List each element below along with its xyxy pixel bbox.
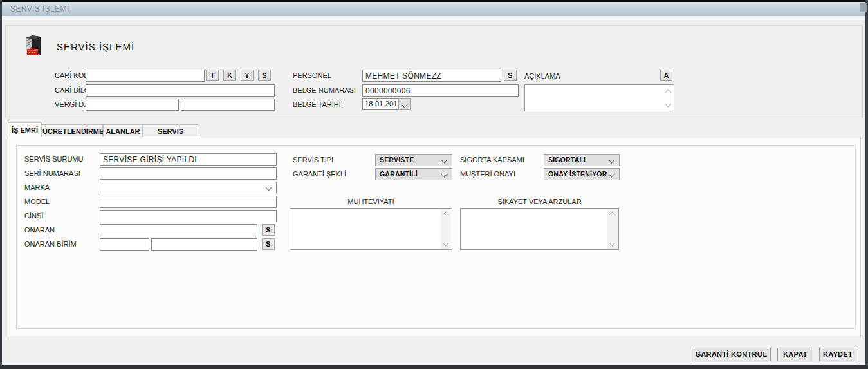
cinsi-label: CİNSİ [24,212,43,220]
onaran-birim-input-2[interactable] [151,238,257,251]
muhteviyati-label: MUHTEVİYATI [290,198,452,205]
aciklama-label: AÇIKLAMA [524,72,560,80]
personel-label: PERSONEL [293,71,331,79]
servis-tipi-value: SERVİSTE [380,156,414,164]
onaran-birim-lookup-button[interactable]: S [262,238,275,250]
seri-numarasi-input[interactable] [100,167,277,180]
servis-tipi-label: SERVİS TİPİ [293,156,333,164]
belge-numarasi-input[interactable] [362,84,519,97]
cari-kodu-s-button[interactable]: S [258,70,271,81]
servis-tipi-dropdown[interactable]: SERVİSTE [375,154,452,166]
onaran-label: ONARAN [24,226,55,234]
garanti-kontrol-button[interactable]: GARANTİ KONTROL [692,348,771,361]
chevron-down-icon [609,157,615,164]
chevron-down-icon [441,171,448,178]
seri-numarasi-label: SERİ NUMARASI [24,169,80,177]
belge-numarasi-label: BELGE NUMARASI [293,86,356,94]
marka-label: MARKA [24,184,50,191]
model-input[interactable] [100,196,277,208]
musteri-onayi-label: MÜŞTERİ ONAYI [460,170,515,178]
page-title: SERVİS İŞLEMİ [57,41,134,52]
tab-is-emri[interactable]: İŞ EMRİ [8,122,42,137]
scroll-down-icon[interactable] [609,240,616,247]
kaydet-button[interactable]: KAYDET [819,348,856,361]
tab-ucretlendirme[interactable]: ÜCRETLENDİRME [42,124,103,137]
marka-combobox[interactable] [100,182,277,193]
tab-servis-raporu[interactable]: SERVİS RAPORU [143,124,198,137]
chevron-down-icon [266,185,272,191]
musteri-onayi-value: ONAY İSTENİYOR [548,170,607,178]
scroll-up-icon[interactable] [443,212,449,218]
chevron-down-icon [441,157,448,164]
aciklama-a-button[interactable]: A [660,70,672,81]
onaran-input[interactable] [100,224,257,236]
onaran-birim-label: ONARAN BİRİM [24,240,77,248]
scroll-down-icon[interactable] [665,101,672,108]
cari-kodu-input[interactable] [86,70,205,82]
cari-bilgileri-input[interactable] [86,84,275,97]
musteri-onayi-dropdown[interactable]: ONAY İSTENİYOR [544,168,620,180]
cari-kodu-t-button[interactable]: T [206,70,219,81]
belge-tarihi-input[interactable]: 18.01.2016 [362,98,398,110]
vergi-dn-input-1[interactable] [86,99,179,111]
onaran-birim-input-1[interactable] [100,238,149,251]
personel-lookup-button[interactable]: S [504,70,517,81]
sigorta-kapsami-dropdown[interactable]: SİGORTALI [544,154,620,166]
scroll-down-icon[interactable] [443,240,449,247]
sikayet-textarea[interactable] [460,208,619,250]
garanti-sekli-value: GARANTİLİ [380,170,418,178]
tab-alanlar[interactable]: ALANLAR [103,124,143,137]
personel-input[interactable] [362,70,501,82]
onaran-lookup-button[interactable]: S [262,224,275,236]
window-control-partial[interactable] [860,3,867,12]
scroll-up-icon[interactable] [665,90,672,96]
garanti-sekli-dropdown[interactable]: GARANTİLİ [375,168,452,180]
kapat-button[interactable]: KAPAT [777,348,813,361]
sigorta-kapsami-label: SİGORTA KAPSAMI [460,156,524,164]
cari-kodu-k-button[interactable]: K [223,70,236,81]
belge-tarihi-dropdown-button[interactable] [398,98,411,110]
cinsi-input[interactable] [100,210,277,222]
sigorta-kapsami-value: SİGORTALI [548,156,586,164]
scrollbar[interactable] [607,209,618,249]
scrollbar[interactable] [441,209,451,249]
title-bar: SERVİS İŞLEMİ [2,2,865,16]
window-border-right [865,0,868,369]
vergi-dn-input-2[interactable] [181,99,275,111]
window-title: SERVİS İŞLEMİ [10,5,69,14]
aciklama-textarea[interactable] [524,84,674,111]
scroll-up-icon[interactable] [609,212,616,218]
servis-surumu-label: SERVİS SURUMU [24,155,83,163]
muhteviyati-textarea[interactable] [290,208,452,250]
garanti-sekli-label: GARANTİ ŞEKLİ [293,170,346,178]
chevron-down-icon [402,102,408,108]
chevron-down-icon [609,171,615,178]
window-border-left [0,0,2,369]
window-border-bottom [0,365,868,369]
sikayet-label: ŞİKAYET VEYA ARZULAR [460,198,619,205]
belge-tarihi-label: BELGE TARİHİ [293,100,341,108]
model-label: MODEL [24,198,50,205]
cari-kodu-y-button[interactable]: Y [241,70,254,81]
servis-surumu-input[interactable] [100,153,277,166]
service-app-icon [21,32,47,58]
